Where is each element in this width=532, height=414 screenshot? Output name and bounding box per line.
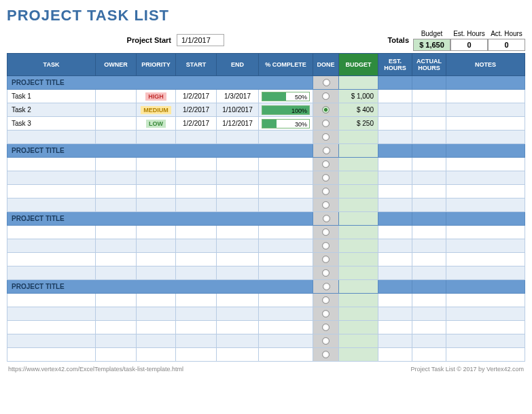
start-cell[interactable] (176, 185, 217, 199)
radio-icon[interactable] (322, 351, 330, 358)
cell[interactable] (412, 76, 446, 90)
act-hours-cell[interactable] (412, 117, 446, 131)
task-cell[interactable]: Task 1 (7, 90, 96, 103)
done-cell[interactable] (313, 226, 339, 239)
task-cell[interactable] (7, 321, 96, 334)
task-cell[interactable] (7, 348, 96, 362)
radio-icon[interactable] (322, 106, 330, 114)
act-hours-cell[interactable] (412, 266, 446, 280)
end-cell[interactable] (217, 199, 259, 212)
end-cell[interactable]: 1/3/2017 (217, 90, 259, 103)
done-cell[interactable] (313, 266, 339, 280)
budget-cell[interactable]: $ 400 (339, 103, 378, 117)
budget-cell[interactable] (339, 158, 378, 171)
owner-cell[interactable] (96, 321, 137, 334)
radio-icon[interactable] (322, 256, 330, 263)
owner-cell[interactable] (96, 171, 137, 185)
task-cell[interactable] (7, 199, 96, 212)
radio-icon[interactable] (322, 160, 330, 168)
budget-cell[interactable] (339, 226, 378, 239)
priority-cell[interactable] (137, 239, 176, 253)
end-cell[interactable] (217, 185, 259, 199)
est-hours-cell[interactable] (378, 226, 412, 239)
radio-icon[interactable] (322, 174, 330, 182)
task-cell[interactable] (7, 266, 96, 280)
task-cell[interactable]: Task 3 (7, 117, 96, 131)
priority-cell[interactable] (137, 321, 176, 334)
end-cell[interactable] (217, 131, 259, 144)
owner-cell[interactable] (96, 131, 137, 144)
radio-icon[interactable] (323, 215, 330, 222)
start-cell[interactable]: 1/2/2017 (176, 117, 217, 131)
start-cell[interactable] (176, 334, 217, 348)
est-hours-cell[interactable] (378, 158, 412, 171)
done-cell[interactable] (313, 212, 339, 226)
est-hours-cell[interactable] (378, 171, 412, 185)
task-cell[interactable] (7, 294, 96, 307)
start-cell[interactable] (176, 158, 217, 171)
cell[interactable] (412, 212, 446, 226)
owner-cell[interactable] (96, 307, 137, 321)
start-cell[interactable] (176, 321, 217, 334)
pct-cell[interactable] (259, 307, 313, 321)
pct-cell[interactable]: 100% (259, 103, 313, 117)
start-cell[interactable] (176, 171, 217, 185)
start-cell[interactable] (176, 226, 217, 239)
est-hours-cell[interactable] (378, 348, 412, 362)
done-cell[interactable] (313, 185, 339, 199)
priority-cell[interactable] (137, 348, 176, 362)
budget-cell[interactable] (339, 131, 378, 144)
done-cell[interactable] (313, 307, 339, 321)
pct-cell[interactable]: 30% (259, 117, 313, 131)
end-cell[interactable] (217, 321, 259, 334)
priority-cell[interactable] (137, 199, 176, 212)
priority-cell[interactable] (137, 266, 176, 280)
act-hours-cell[interactable] (412, 307, 446, 321)
act-hours-cell[interactable] (412, 226, 446, 239)
pct-cell[interactable] (259, 239, 313, 253)
end-cell[interactable] (217, 226, 259, 239)
pct-cell[interactable] (259, 185, 313, 199)
done-cell[interactable] (313, 199, 339, 212)
radio-icon[interactable] (323, 79, 330, 86)
notes-cell[interactable] (446, 294, 525, 307)
notes-cell[interactable] (446, 321, 525, 334)
done-cell[interactable] (313, 280, 339, 294)
est-hours-cell[interactable] (378, 294, 412, 307)
task-cell[interactable] (7, 158, 96, 171)
est-hours-cell[interactable] (378, 103, 412, 117)
cell[interactable] (378, 212, 412, 226)
start-cell[interactable] (176, 266, 217, 280)
budget-cell[interactable] (339, 144, 378, 158)
notes-cell[interactable] (446, 307, 525, 321)
done-cell[interactable] (313, 76, 339, 90)
end-cell[interactable] (217, 348, 259, 362)
act-hours-cell[interactable] (412, 131, 446, 144)
done-cell[interactable] (313, 90, 339, 103)
pct-cell[interactable] (259, 294, 313, 307)
radio-icon[interactable] (322, 324, 330, 331)
notes-cell[interactable] (446, 266, 525, 280)
pct-cell[interactable] (259, 199, 313, 212)
notes-cell[interactable] (446, 117, 525, 131)
start-cell[interactable] (176, 199, 217, 212)
act-hours-cell[interactable] (412, 334, 446, 348)
radio-icon[interactable] (322, 133, 330, 141)
owner-cell[interactable] (96, 117, 137, 131)
cell[interactable] (446, 212, 525, 226)
start-cell[interactable] (176, 239, 217, 253)
priority-cell[interactable]: LOW (137, 117, 176, 131)
task-cell[interactable] (7, 131, 96, 144)
priority-cell[interactable] (137, 185, 176, 199)
task-cell[interactable]: Task 2 (7, 103, 96, 117)
owner-cell[interactable] (96, 239, 137, 253)
priority-cell[interactable] (137, 131, 176, 144)
radio-icon[interactable] (322, 228, 330, 236)
act-hours-cell[interactable] (412, 90, 446, 103)
notes-cell[interactable] (446, 348, 525, 362)
done-cell[interactable] (313, 239, 339, 253)
pct-cell[interactable] (259, 266, 313, 280)
act-hours-cell[interactable] (412, 171, 446, 185)
owner-cell[interactable] (96, 226, 137, 239)
task-cell[interactable] (7, 185, 96, 199)
